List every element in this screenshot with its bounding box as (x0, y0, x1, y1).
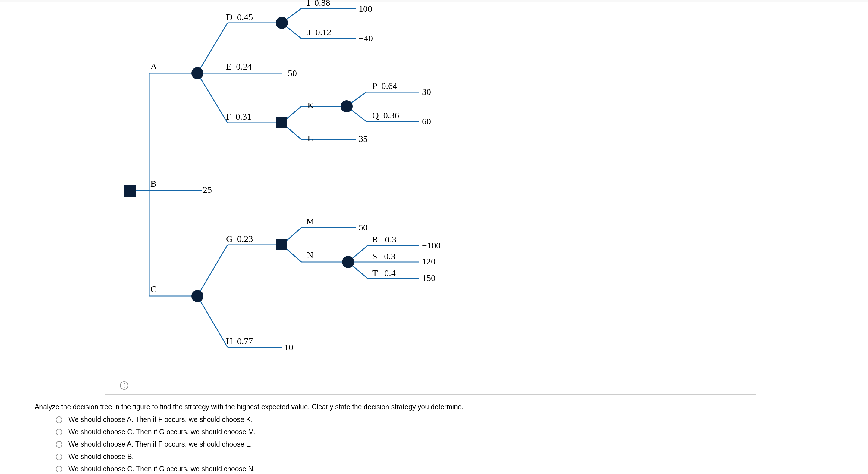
svg-point-43 (342, 256, 354, 268)
radio-icon (56, 416, 62, 423)
label-Q: Q 0.36 (372, 110, 399, 121)
payoff-J: −40 (359, 33, 373, 43)
payoff-B: 25 (203, 184, 212, 195)
option-label: We should choose C. Then if G occurs, we… (68, 465, 255, 473)
svg-point-41 (341, 100, 352, 112)
label-B: B (150, 178, 156, 189)
label-N: N (307, 250, 313, 260)
payoff-Q: 60 (422, 116, 431, 127)
svg-rect-38 (276, 239, 287, 250)
label-I: I 0.88 (307, 0, 330, 8)
label-T: T 0.4 (372, 268, 396, 278)
label-C: C (150, 284, 156, 294)
svg-line-23 (197, 245, 227, 296)
label-G: G 0.23 (226, 234, 253, 244)
label-M: M (306, 216, 314, 227)
svg-line-6 (197, 23, 227, 73)
svg-line-9 (197, 73, 227, 123)
label-K: K (307, 100, 314, 110)
info-icon[interactable]: i (120, 381, 128, 390)
divider (105, 395, 756, 395)
radio-icon (56, 453, 62, 460)
question-text: Analyze the decision tree in the figure … (35, 403, 464, 411)
decision-tree-diagram: A B 25 C D 0.45 E 0.24 −50 F 0.31 I 0.88… (115, 2, 494, 382)
option-label: We should choose C. Then if G occurs, we… (68, 428, 256, 436)
option-1[interactable]: We should choose A. Then if F occurs, we… (56, 415, 256, 424)
label-D: D 0.45 (226, 12, 253, 22)
payoff-E: −50 (283, 68, 297, 78)
label-R: R 0.3 (372, 234, 396, 244)
option-label: We should choose A. Then if F occurs, we… (68, 440, 252, 448)
payoff-T: 150 (422, 273, 435, 283)
label-P: P 0.64 (372, 81, 397, 91)
svg-line-25 (197, 296, 227, 347)
svg-point-42 (191, 290, 204, 302)
radio-icon (56, 466, 62, 473)
payoff-S: 120 (422, 256, 435, 267)
radio-icon (56, 441, 62, 448)
option-4[interactable]: We should choose B. (56, 452, 256, 461)
answer-options: We should choose A. Then if F occurs, we… (56, 415, 256, 474)
option-5[interactable]: We should choose C. Then if G occurs, we… (56, 465, 256, 473)
label-F: F 0.31 (226, 111, 251, 122)
radio-icon (56, 429, 62, 435)
svg-rect-37 (276, 117, 287, 128)
label-S: S 0.3 (372, 251, 396, 261)
svg-point-39 (191, 67, 204, 79)
payoff-I: 100 (359, 4, 372, 14)
payoff-H: 10 (284, 342, 293, 352)
svg-point-40 (276, 17, 288, 29)
option-3[interactable]: We should choose A. Then if F occurs, we… (56, 440, 256, 448)
label-E: E 0.24 (226, 61, 252, 72)
payoff-M: 50 (359, 222, 368, 233)
payoff-L: 35 (359, 134, 368, 144)
label-J: J 0.12 (307, 27, 331, 37)
label-A: A (150, 61, 157, 71)
label-H: H 0.77 (226, 336, 253, 346)
option-2[interactable]: We should choose C. Then if G occurs, we… (56, 428, 256, 436)
svg-rect-36 (124, 184, 135, 197)
payoff-P: 30 (422, 87, 431, 97)
payoff-R: −100 (422, 240, 441, 250)
top-bar (0, 0, 868, 2)
option-label: We should choose A. Then if F occurs, we… (68, 415, 253, 424)
label-L: L (307, 133, 313, 143)
option-label: We should choose B. (68, 452, 134, 461)
